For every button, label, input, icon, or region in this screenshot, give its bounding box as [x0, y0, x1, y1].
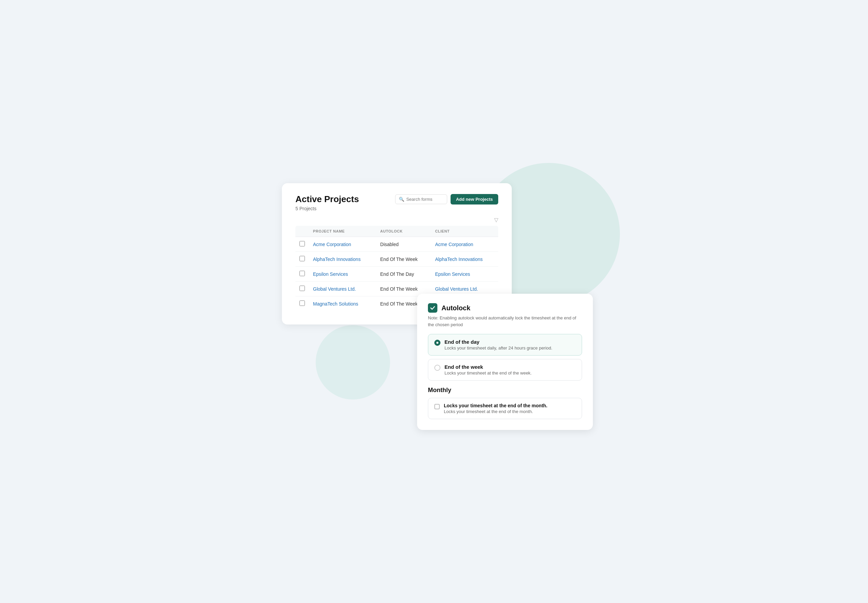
- row-checkbox[interactable]: [300, 271, 305, 276]
- monthly-title: Monthly: [428, 387, 582, 394]
- row-checkbox-cell: [295, 252, 309, 267]
- monthly-checkbox[interactable]: [434, 404, 440, 409]
- row-checkbox-cell: [295, 297, 309, 311]
- daily-desc: Locks your timesheet daily, after 24 hou…: [445, 345, 552, 351]
- search-input[interactable]: [406, 197, 443, 202]
- client-link[interactable]: Acme Corporation: [435, 242, 473, 247]
- row-client: Epsilon Services: [431, 267, 498, 281]
- row-project-name: MagnaTech Solutions: [309, 297, 376, 311]
- table-row: AlphaTech InnovationsEnd Of The WeekAlph…: [295, 252, 498, 267]
- daily-label: End of the day: [445, 339, 552, 345]
- autolock-panel: Autolock Note: Enabling autolock would a…: [417, 294, 593, 430]
- row-client: Acme Corporation: [431, 237, 498, 252]
- table-head: PROJECT NAME AUTOLOCK CLIENT: [295, 226, 498, 237]
- monthly-label: Locks your timesheet at the end of the m…: [444, 403, 547, 408]
- client-link[interactable]: AlphaTech Innovations: [435, 257, 483, 262]
- monthly-content: Locks your timesheet at the end of the m…: [444, 403, 547, 414]
- row-project-name: Global Ventures Ltd.: [309, 281, 376, 297]
- filter-row: ▽: [295, 216, 498, 223]
- col-project-name: PROJECT NAME: [309, 226, 376, 237]
- filter-icon[interactable]: ▽: [494, 216, 498, 223]
- project-name-link[interactable]: Global Ventures Ltd.: [313, 286, 356, 292]
- row-checkbox[interactable]: [300, 241, 305, 246]
- project-name-link[interactable]: AlphaTech Innovations: [313, 257, 361, 262]
- table-header-row: PROJECT NAME AUTOLOCK CLIENT: [295, 226, 498, 237]
- autolock-title: Autolock: [442, 304, 471, 312]
- autolock-enabled-icon[interactable]: [428, 303, 437, 313]
- row-checkbox-cell: [295, 267, 309, 281]
- daily-option[interactable]: End of the day Locks your timesheet dail…: [428, 334, 582, 356]
- row-checkbox-cell: [295, 237, 309, 252]
- row-checkbox[interactable]: [300, 286, 305, 291]
- monthly-option[interactable]: Locks your timesheet at the end of the m…: [428, 398, 582, 419]
- checkmark-icon: [430, 305, 436, 311]
- weekly-option[interactable]: End of the week Locks your timesheet at …: [428, 359, 582, 380]
- table-row: Epsilon ServicesEnd Of The DayEpsilon Se…: [295, 267, 498, 281]
- row-checkbox-cell: [295, 281, 309, 297]
- header-actions: 🔍 Add new Projects: [395, 194, 498, 204]
- card-title-section: Active Projects 5 Projects: [295, 194, 359, 211]
- daily-content: End of the day Locks your timesheet dail…: [445, 339, 552, 351]
- row-autolock-value: Disabled: [376, 237, 431, 252]
- search-box[interactable]: 🔍: [395, 194, 447, 204]
- monthly-section: Monthly Locks your timesheet at the end …: [428, 387, 582, 419]
- weekly-content: End of the week Locks your timesheet at …: [445, 364, 532, 376]
- row-project-name: Epsilon Services: [309, 267, 376, 281]
- page-title: Active Projects: [295, 194, 359, 204]
- autolock-note: Note: Enabling autolock would automatica…: [428, 315, 582, 328]
- monthly-desc: Locks your timesheet at the end of the m…: [444, 409, 547, 414]
- weekly-label: End of the week: [445, 364, 532, 370]
- table-row: Acme CorporationDisabledAcme Corporation: [295, 237, 498, 252]
- row-checkbox[interactable]: [300, 256, 305, 261]
- project-name-link[interactable]: Acme Corporation: [313, 242, 351, 247]
- search-icon: 🔍: [399, 197, 404, 202]
- row-autolock-value: End Of The Day: [376, 267, 431, 281]
- client-link[interactable]: Epsilon Services: [435, 271, 470, 277]
- col-client: CLIENT: [431, 226, 498, 237]
- weekly-radio[interactable]: [434, 365, 440, 371]
- daily-radio[interactable]: [434, 340, 440, 346]
- client-link[interactable]: Global Ventures Ltd.: [435, 286, 478, 292]
- project-count: 5 Projects: [295, 206, 359, 211]
- row-client: AlphaTech Innovations: [431, 252, 498, 267]
- row-checkbox[interactable]: [300, 300, 305, 306]
- project-name-link[interactable]: MagnaTech Solutions: [313, 301, 358, 306]
- decorative-circle-bottom: [316, 325, 390, 399]
- card-header: Active Projects 5 Projects 🔍 Add new Pro…: [295, 194, 498, 211]
- weekly-desc: Locks your timesheet at the end of the w…: [445, 371, 532, 376]
- col-checkbox: [295, 226, 309, 237]
- project-name-link[interactable]: Epsilon Services: [313, 271, 348, 277]
- add-project-button[interactable]: Add new Projects: [451, 194, 498, 204]
- row-project-name: AlphaTech Innovations: [309, 252, 376, 267]
- row-project-name: Acme Corporation: [309, 237, 376, 252]
- row-autolock-value: End Of The Week: [376, 252, 431, 267]
- col-autolock: AUTOLOCK: [376, 226, 431, 237]
- autolock-header: Autolock: [428, 303, 582, 313]
